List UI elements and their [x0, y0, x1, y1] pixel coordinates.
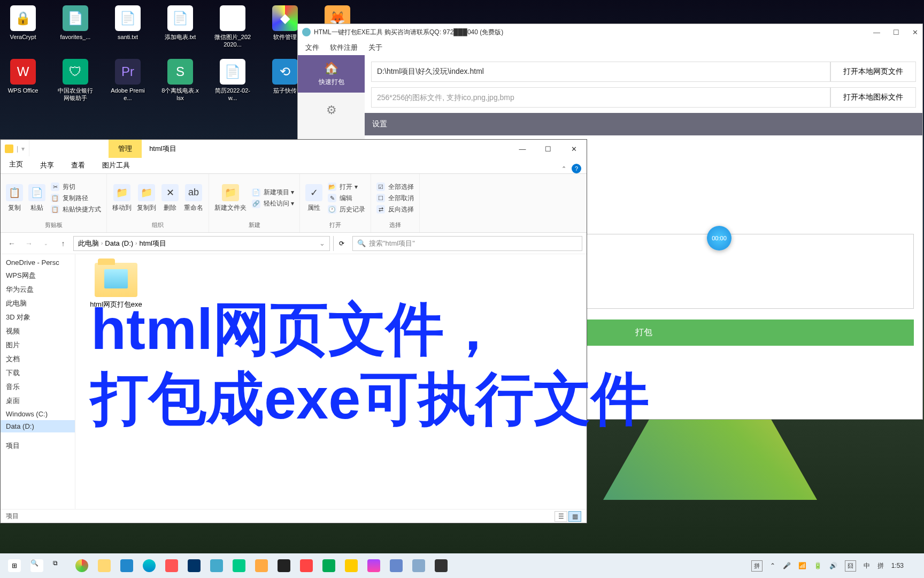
tree-windows-c[interactable]: Windows (C:) — [1, 408, 75, 420]
ime-indicator-1[interactable]: 拼 — [751, 560, 763, 572]
ribbon-delete[interactable]: ✕删除 — [161, 184, 179, 212]
taskbar-search[interactable]: 🔍 — [27, 556, 47, 576]
desktop-icon-xlsx[interactable]: S8个离线电表.xlsx — [161, 59, 199, 102]
desktop-icon-favorites[interactable]: 📄favorites_... — [57, 5, 94, 49]
ribbon-paste[interactable]: 📄粘贴 — [28, 184, 45, 212]
ribbon-open[interactable]: 📂打开 ▾ — [328, 182, 365, 192]
ime-lang-2[interactable]: 拼 — [877, 561, 884, 571]
tree-wps[interactable]: WPS网盘 — [1, 269, 75, 283]
taskbar-app6[interactable] — [274, 556, 294, 576]
open-html-button[interactable]: 打开本地网页文件 — [830, 62, 916, 82]
ribbon-easy-access[interactable]: 🔗轻松访问 ▾ — [252, 199, 294, 208]
ribbon-edit[interactable]: ✎编辑 — [328, 194, 365, 203]
tab-view[interactable]: 查看 — [63, 157, 94, 173]
minimize-button[interactable]: — — [873, 28, 880, 36]
ribbon-copy-to[interactable]: 📁复制到 — [137, 184, 156, 212]
tab-picture-tools[interactable]: 图片工具 — [94, 157, 138, 173]
ribbon-new-item[interactable]: 📄新建项目 ▾ — [252, 188, 294, 197]
tray-up-icon[interactable]: ⌃ — [770, 562, 775, 569]
ribbon-copy-path[interactable]: 📋复制路径 — [51, 194, 101, 203]
ribbon-move-to[interactable]: 📁移动到 — [112, 184, 132, 212]
tray-wifi-icon[interactable]: 📶 — [798, 562, 806, 569]
tree-videos[interactable]: 视频 — [1, 324, 75, 338]
html-path-input[interactable] — [371, 62, 830, 82]
desktop-icon-veracrypt[interactable]: 🔒VeraCrypt — [4, 5, 42, 49]
taskbar-app1[interactable] — [117, 556, 137, 576]
desktop-icon-wps[interactable]: WWPS Office — [4, 59, 42, 102]
taskbar-edge[interactable] — [139, 556, 159, 576]
tray-mic-icon[interactable]: 🎤 — [783, 562, 791, 569]
qat-dropdown[interactable]: ▾ — [21, 145, 25, 153]
nav-recent[interactable]: ⌄ — [39, 237, 53, 250]
tray-battery-icon[interactable]: 🔋 — [814, 562, 822, 569]
nav-back[interactable]: ← — [5, 237, 19, 250]
breadcrumb-this-pc[interactable]: 此电脑 — [78, 239, 99, 248]
taskbar-app7[interactable] — [296, 556, 317, 576]
desktop-icon-wechat-img[interactable]: 🖼微信图片_2022020... — [214, 5, 251, 49]
taskbar-app9[interactable] — [341, 556, 361, 576]
ribbon-select-none[interactable]: ☐全部取消 — [376, 194, 414, 203]
tab-home[interactable]: 主页 — [1, 156, 32, 173]
tree-documents[interactable]: 文档 — [1, 352, 75, 366]
close-button[interactable]: ✕ — [561, 140, 587, 158]
tree-desktop[interactable]: 桌面 — [1, 394, 75, 408]
ribbon-select-all[interactable]: ☑全部选择 — [376, 182, 414, 192]
refresh-button[interactable]: ⟳ — [333, 236, 349, 251]
clock[interactable]: 1:53 — [891, 562, 904, 569]
ribbon-new-folder[interactable]: 📁新建文件夹 — [214, 184, 247, 212]
breadcrumb-data-d[interactable]: Data (D:) — [105, 239, 133, 247]
tree-music[interactable]: 音乐 — [1, 380, 75, 394]
tree-huawei[interactable]: 华为云盘 — [1, 283, 75, 296]
taskbar-app10[interactable] — [364, 556, 384, 576]
desktop-icon-resume[interactable]: 📄简历2022-02-w... — [214, 59, 251, 102]
nav-forward[interactable]: → — [22, 237, 36, 250]
tree-pictures[interactable]: 图片 — [1, 338, 75, 352]
taskbar-ps[interactable] — [184, 556, 204, 576]
sidebar-quick-pack[interactable]: 🏠 快速打包 — [298, 55, 365, 93]
menu-about[interactable]: 关于 — [368, 43, 382, 52]
minimize-button[interactable]: — — [510, 140, 535, 158]
ribbon-collapse[interactable]: ⌃ — [561, 165, 566, 172]
tree-this-pc[interactable]: 此电脑 — [1, 296, 75, 310]
desktop-icon-santi-txt[interactable]: 📄santi.txt — [109, 5, 147, 49]
taskbar-app4[interactable] — [229, 556, 249, 576]
ribbon-rename[interactable]: ab重命名 — [184, 184, 203, 212]
tab-share[interactable]: 共享 — [32, 157, 63, 173]
ribbon-history[interactable]: 🕐历史记录 — [328, 205, 365, 214]
ribbon-invert-selection[interactable]: ⇄反向选择 — [376, 205, 414, 214]
address-bar[interactable]: 此电脑› Data (D:)› html项目 ⌄ — [73, 236, 330, 251]
ribbon-properties[interactable]: ✓属性 — [305, 184, 322, 212]
desktop-icon-abc-bank[interactable]: 🛡中国农业银行网银助手 — [57, 59, 94, 102]
breadcrumb-html-proj[interactable]: html项目 — [139, 239, 166, 248]
taskbar-app3[interactable] — [206, 556, 227, 576]
ime-lang-1[interactable]: 中 — [864, 561, 870, 571]
view-details[interactable]: ☰ — [555, 511, 567, 522]
taskbar-app12[interactable] — [409, 556, 429, 576]
tree-onedrive[interactable]: OneDrive - Persc — [1, 256, 75, 269]
taskbar-explorer[interactable] — [94, 556, 114, 576]
taskbar-app11[interactable] — [386, 556, 406, 576]
open-icon-button[interactable]: 打开本地图标文件 — [830, 87, 916, 108]
taskbar-chrome[interactable] — [72, 556, 92, 576]
menu-register[interactable]: 软件注册 — [330, 43, 358, 52]
ribbon-cut[interactable]: ✂剪切 — [51, 182, 101, 192]
ime-indicator-2[interactable]: 囧 — [845, 560, 856, 572]
help-icon[interactable]: ? — [572, 164, 581, 173]
tree-downloads[interactable]: 下载 — [1, 366, 75, 380]
desktop-icon-add-meter-txt[interactable]: 📄添加电表.txt — [161, 5, 199, 49]
desktop-icon-premiere[interactable]: PrAdobe Premie... — [109, 59, 147, 102]
taskbar-app8[interactable] — [319, 556, 339, 576]
taskbar-app13[interactable] — [431, 556, 451, 576]
app-titlebar[interactable]: HTML一键打包EXE工具 购买咨询请联系QQ: 972███040 (免费版)… — [298, 24, 922, 40]
taskbar-app2[interactable] — [161, 556, 182, 576]
tray-volume-icon[interactable]: 🔊 — [829, 562, 837, 569]
ribbon-paste-shortcut[interactable]: 📋粘贴快捷方式 — [51, 205, 101, 214]
taskbar-app5[interactable] — [251, 556, 272, 576]
maximize-button[interactable]: ☐ — [893, 28, 899, 36]
sidebar-settings[interactable]: ⚙ — [298, 97, 365, 124]
search-box[interactable]: 🔍 搜索"html项目" — [352, 236, 582, 251]
taskbar-taskview[interactable]: ⧉ — [49, 556, 70, 576]
tree-3d-objects[interactable]: 3D 对象 — [1, 310, 75, 324]
close-button[interactable]: ✕ — [912, 28, 918, 36]
nav-up[interactable]: ↑ — [56, 237, 70, 250]
